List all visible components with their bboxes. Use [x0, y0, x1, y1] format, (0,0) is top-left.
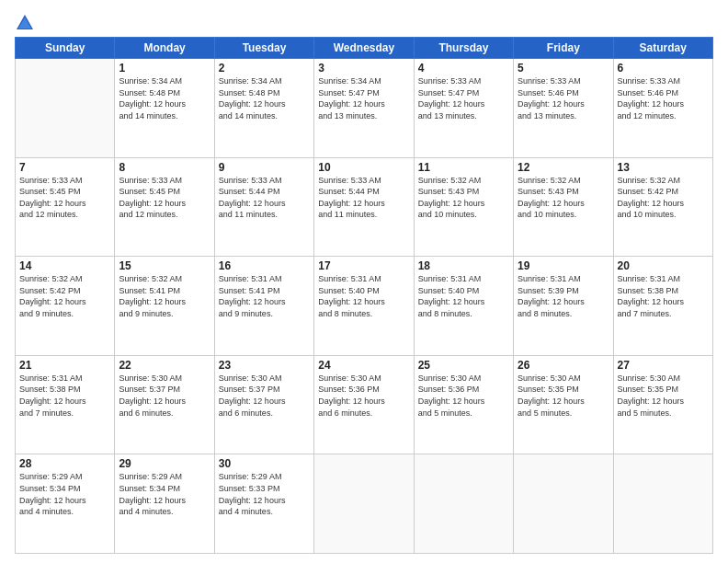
- table-cell: 24Sunrise: 5:30 AM Sunset: 5:36 PM Dayli…: [314, 355, 414, 454]
- table-cell: 12Sunrise: 5:32 AM Sunset: 5:43 PM Dayli…: [514, 157, 613, 257]
- page: Sunday Monday Tuesday Wednesday Thursday…: [0, 0, 728, 563]
- week-row-2: 14Sunrise: 5:32 AM Sunset: 5:42 PM Dayli…: [16, 257, 713, 356]
- day-info: Sunrise: 5:30 AM Sunset: 5:36 PM Dayligh…: [318, 373, 409, 419]
- day-info: Sunrise: 5:33 AM Sunset: 5:45 PM Dayligh…: [119, 175, 210, 221]
- table-cell: 30Sunrise: 5:29 AM Sunset: 5:33 PM Dayli…: [214, 454, 313, 554]
- day-number: 10: [318, 161, 409, 174]
- day-number: 27: [618, 359, 709, 372]
- header-friday: Friday: [514, 38, 613, 59]
- day-number: 13: [618, 161, 709, 174]
- table-cell: 9Sunrise: 5:33 AM Sunset: 5:44 PM Daylig…: [214, 157, 313, 257]
- day-info: Sunrise: 5:31 AM Sunset: 5:38 PM Dayligh…: [618, 273, 709, 319]
- day-number: 11: [418, 161, 509, 174]
- header-sunday: Sunday: [16, 38, 115, 59]
- table-cell: 20Sunrise: 5:31 AM Sunset: 5:38 PM Dayli…: [613, 257, 712, 356]
- table-cell: 8Sunrise: 5:33 AM Sunset: 5:45 PM Daylig…: [115, 157, 214, 257]
- week-row-4: 28Sunrise: 5:29 AM Sunset: 5:34 PM Dayli…: [16, 454, 713, 554]
- day-number: 22: [119, 359, 210, 372]
- day-number: 4: [418, 62, 509, 75]
- day-info: Sunrise: 5:30 AM Sunset: 5:37 PM Dayligh…: [119, 373, 210, 419]
- day-info: Sunrise: 5:33 AM Sunset: 5:44 PM Dayligh…: [219, 175, 310, 221]
- weekday-header-row: Sunday Monday Tuesday Wednesday Thursday…: [16, 38, 713, 59]
- day-number: 6: [618, 62, 709, 75]
- day-info: Sunrise: 5:31 AM Sunset: 5:41 PM Dayligh…: [219, 273, 310, 319]
- day-number: 9: [219, 161, 310, 174]
- header-wednesday: Wednesday: [314, 38, 414, 59]
- table-cell: 23Sunrise: 5:30 AM Sunset: 5:37 PM Dayli…: [214, 355, 313, 454]
- table-cell: 5Sunrise: 5:33 AM Sunset: 5:46 PM Daylig…: [514, 59, 613, 158]
- day-info: Sunrise: 5:30 AM Sunset: 5:36 PM Dayligh…: [418, 373, 509, 419]
- table-cell: 13Sunrise: 5:32 AM Sunset: 5:42 PM Dayli…: [613, 157, 712, 257]
- table-cell: [16, 59, 115, 158]
- day-info: Sunrise: 5:32 AM Sunset: 5:43 PM Dayligh…: [518, 175, 609, 221]
- day-number: 5: [518, 62, 609, 75]
- week-row-3: 21Sunrise: 5:31 AM Sunset: 5:38 PM Dayli…: [16, 355, 713, 454]
- table-cell: 18Sunrise: 5:31 AM Sunset: 5:40 PM Dayli…: [414, 257, 513, 356]
- day-info: Sunrise: 5:33 AM Sunset: 5:45 PM Dayligh…: [19, 175, 110, 221]
- day-info: Sunrise: 5:31 AM Sunset: 5:38 PM Dayligh…: [19, 373, 110, 419]
- day-number: 28: [19, 457, 110, 470]
- day-info: Sunrise: 5:33 AM Sunset: 5:46 PM Dayligh…: [518, 75, 609, 121]
- table-cell: 28Sunrise: 5:29 AM Sunset: 5:34 PM Dayli…: [16, 454, 115, 554]
- day-number: 29: [119, 457, 210, 470]
- table-cell: 14Sunrise: 5:32 AM Sunset: 5:42 PM Dayli…: [16, 257, 115, 356]
- header-saturday: Saturday: [613, 38, 712, 59]
- table-cell: 19Sunrise: 5:31 AM Sunset: 5:39 PM Dayli…: [514, 257, 613, 356]
- table-cell: 7Sunrise: 5:33 AM Sunset: 5:45 PM Daylig…: [16, 157, 115, 257]
- table-cell: 26Sunrise: 5:30 AM Sunset: 5:35 PM Dayli…: [514, 355, 613, 454]
- calendar-table: Sunday Monday Tuesday Wednesday Thursday…: [15, 37, 713, 554]
- day-number: 25: [418, 359, 509, 372]
- day-number: 16: [219, 259, 310, 272]
- table-cell: 10Sunrise: 5:33 AM Sunset: 5:44 PM Dayli…: [314, 157, 414, 257]
- day-info: Sunrise: 5:34 AM Sunset: 5:48 PM Dayligh…: [219, 75, 310, 121]
- table-cell: [414, 454, 513, 554]
- week-row-0: 1Sunrise: 5:34 AM Sunset: 5:48 PM Daylig…: [16, 59, 713, 158]
- day-number: 24: [318, 359, 409, 372]
- table-cell: 22Sunrise: 5:30 AM Sunset: 5:37 PM Dayli…: [115, 355, 214, 454]
- table-cell: 3Sunrise: 5:34 AM Sunset: 5:47 PM Daylig…: [314, 59, 414, 158]
- table-cell: 29Sunrise: 5:29 AM Sunset: 5:34 PM Dayli…: [115, 454, 214, 554]
- day-info: Sunrise: 5:30 AM Sunset: 5:37 PM Dayligh…: [219, 373, 310, 419]
- day-info: Sunrise: 5:29 AM Sunset: 5:34 PM Dayligh…: [119, 471, 210, 517]
- table-cell: 17Sunrise: 5:31 AM Sunset: 5:40 PM Dayli…: [314, 257, 414, 356]
- day-info: Sunrise: 5:31 AM Sunset: 5:40 PM Dayligh…: [418, 273, 509, 319]
- day-info: Sunrise: 5:34 AM Sunset: 5:47 PM Dayligh…: [318, 75, 409, 121]
- week-row-1: 7Sunrise: 5:33 AM Sunset: 5:45 PM Daylig…: [16, 157, 713, 257]
- day-number: 2: [219, 62, 310, 75]
- table-cell: 25Sunrise: 5:30 AM Sunset: 5:36 PM Dayli…: [414, 355, 513, 454]
- day-number: 19: [518, 259, 609, 272]
- table-cell: 11Sunrise: 5:32 AM Sunset: 5:43 PM Dayli…: [414, 157, 513, 257]
- table-cell: 2Sunrise: 5:34 AM Sunset: 5:48 PM Daylig…: [214, 59, 313, 158]
- logo: [15, 13, 39, 33]
- day-number: 20: [618, 259, 709, 272]
- day-info: Sunrise: 5:33 AM Sunset: 5:47 PM Dayligh…: [418, 75, 509, 121]
- table-cell: [314, 454, 414, 554]
- day-info: Sunrise: 5:33 AM Sunset: 5:44 PM Dayligh…: [318, 175, 409, 221]
- day-number: 8: [119, 161, 210, 174]
- day-number: 21: [19, 359, 110, 372]
- day-number: 17: [318, 259, 409, 272]
- day-info: Sunrise: 5:32 AM Sunset: 5:41 PM Dayligh…: [119, 273, 210, 319]
- header-monday: Monday: [115, 38, 214, 59]
- day-number: 18: [418, 259, 509, 272]
- day-info: Sunrise: 5:30 AM Sunset: 5:35 PM Dayligh…: [518, 373, 609, 419]
- table-cell: 4Sunrise: 5:33 AM Sunset: 5:47 PM Daylig…: [414, 59, 513, 158]
- day-info: Sunrise: 5:34 AM Sunset: 5:48 PM Dayligh…: [119, 75, 210, 121]
- day-info: Sunrise: 5:31 AM Sunset: 5:39 PM Dayligh…: [518, 273, 609, 319]
- day-number: 14: [19, 259, 110, 272]
- header-tuesday: Tuesday: [214, 38, 313, 59]
- table-cell: 6Sunrise: 5:33 AM Sunset: 5:46 PM Daylig…: [613, 59, 712, 158]
- table-cell: 16Sunrise: 5:31 AM Sunset: 5:41 PM Dayli…: [214, 257, 313, 356]
- day-info: Sunrise: 5:31 AM Sunset: 5:40 PM Dayligh…: [318, 273, 409, 319]
- table-cell: 1Sunrise: 5:34 AM Sunset: 5:48 PM Daylig…: [115, 59, 214, 158]
- day-info: Sunrise: 5:32 AM Sunset: 5:43 PM Dayligh…: [418, 175, 509, 221]
- day-number: 23: [219, 359, 310, 372]
- day-number: 30: [219, 457, 310, 470]
- header-thursday: Thursday: [414, 38, 513, 59]
- day-info: Sunrise: 5:33 AM Sunset: 5:46 PM Dayligh…: [618, 75, 709, 121]
- day-number: 26: [518, 359, 609, 372]
- table-cell: [613, 454, 712, 554]
- day-info: Sunrise: 5:32 AM Sunset: 5:42 PM Dayligh…: [19, 273, 110, 319]
- day-number: 1: [119, 62, 210, 75]
- day-number: 15: [119, 259, 210, 272]
